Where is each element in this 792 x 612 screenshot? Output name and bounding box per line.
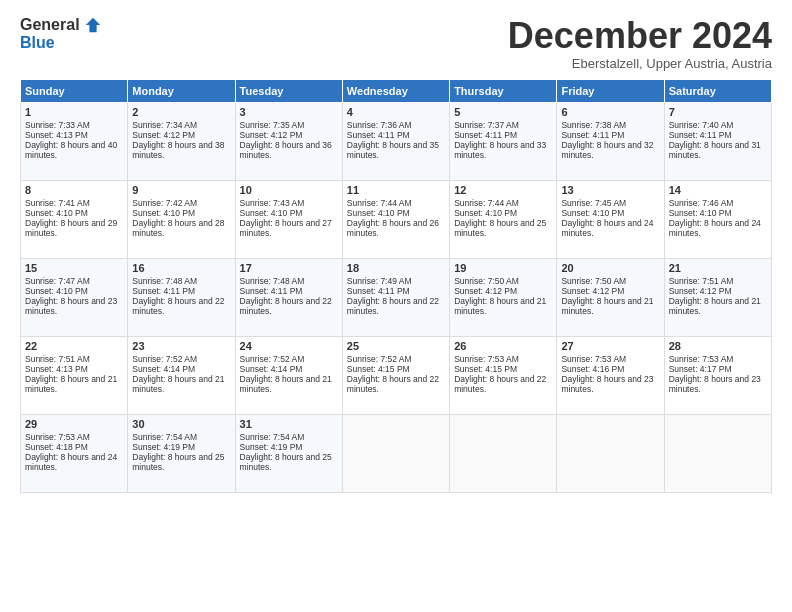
calendar-cell: 13Sunrise: 7:45 AMSunset: 4:10 PMDayligh… (557, 180, 664, 258)
sunset-label: Sunset: 4:15 PM (347, 364, 410, 374)
day-header-monday: Monday (128, 79, 235, 102)
calendar-cell: 28Sunrise: 7:53 AMSunset: 4:17 PMDayligh… (664, 336, 771, 414)
sunrise-label: Sunrise: 7:51 AM (25, 354, 90, 364)
sunrise-label: Sunrise: 7:40 AM (669, 120, 734, 130)
sunset-label: Sunset: 4:12 PM (561, 286, 624, 296)
daylight-label: Daylight: 8 hours and 23 minutes. (669, 374, 761, 394)
daylight-label: Daylight: 8 hours and 21 minutes. (561, 296, 653, 316)
sunrise-label: Sunrise: 7:33 AM (25, 120, 90, 130)
calendar-week-3: 15Sunrise: 7:47 AMSunset: 4:10 PMDayligh… (21, 258, 772, 336)
sunset-label: Sunset: 4:10 PM (240, 208, 303, 218)
calendar-cell: 15Sunrise: 7:47 AMSunset: 4:10 PMDayligh… (21, 258, 128, 336)
header: General Blue December 2024 Eberstalzell,… (20, 16, 772, 71)
sunrise-label: Sunrise: 7:35 AM (240, 120, 305, 130)
calendar-cell: 26Sunrise: 7:53 AMSunset: 4:15 PMDayligh… (450, 336, 557, 414)
sunset-label: Sunset: 4:12 PM (454, 286, 517, 296)
sunset-label: Sunset: 4:12 PM (669, 286, 732, 296)
day-number: 31 (240, 418, 338, 430)
day-number: 19 (454, 262, 552, 274)
day-header-friday: Friday (557, 79, 664, 102)
daylight-label: Daylight: 8 hours and 23 minutes. (561, 374, 653, 394)
day-number: 10 (240, 184, 338, 196)
sunset-label: Sunset: 4:17 PM (669, 364, 732, 374)
sunset-label: Sunset: 4:10 PM (669, 208, 732, 218)
sunrise-label: Sunrise: 7:53 AM (25, 432, 90, 442)
day-number: 11 (347, 184, 445, 196)
daylight-label: Daylight: 8 hours and 29 minutes. (25, 218, 117, 238)
daylight-label: Daylight: 8 hours and 21 minutes. (669, 296, 761, 316)
daylight-label: Daylight: 8 hours and 21 minutes. (25, 374, 117, 394)
calendar-cell: 18Sunrise: 7:49 AMSunset: 4:11 PMDayligh… (342, 258, 449, 336)
calendar-cell: 16Sunrise: 7:48 AMSunset: 4:11 PMDayligh… (128, 258, 235, 336)
sunrise-label: Sunrise: 7:51 AM (669, 276, 734, 286)
daylight-label: Daylight: 8 hours and 21 minutes. (240, 374, 332, 394)
sunset-label: Sunset: 4:19 PM (132, 442, 195, 452)
day-header-tuesday: Tuesday (235, 79, 342, 102)
daylight-label: Daylight: 8 hours and 21 minutes. (132, 374, 224, 394)
day-number: 21 (669, 262, 767, 274)
sunset-label: Sunset: 4:14 PM (240, 364, 303, 374)
sunrise-label: Sunrise: 7:53 AM (669, 354, 734, 364)
sunset-label: Sunset: 4:11 PM (669, 130, 732, 140)
sunrise-label: Sunrise: 7:50 AM (454, 276, 519, 286)
calendar-week-1: 1Sunrise: 7:33 AMSunset: 4:13 PMDaylight… (21, 102, 772, 180)
calendar-cell: 22Sunrise: 7:51 AMSunset: 4:13 PMDayligh… (21, 336, 128, 414)
sunrise-label: Sunrise: 7:44 AM (454, 198, 519, 208)
calendar-cell (450, 414, 557, 492)
day-number: 17 (240, 262, 338, 274)
sunrise-label: Sunrise: 7:48 AM (132, 276, 197, 286)
sunrise-label: Sunrise: 7:38 AM (561, 120, 626, 130)
calendar-cell (664, 414, 771, 492)
calendar-cell: 2Sunrise: 7:34 AMSunset: 4:12 PMDaylight… (128, 102, 235, 180)
sunset-label: Sunset: 4:16 PM (561, 364, 624, 374)
calendar-cell (342, 414, 449, 492)
sunrise-label: Sunrise: 7:45 AM (561, 198, 626, 208)
calendar-cell: 25Sunrise: 7:52 AMSunset: 4:15 PMDayligh… (342, 336, 449, 414)
daylight-label: Daylight: 8 hours and 21 minutes. (454, 296, 546, 316)
daylight-label: Daylight: 8 hours and 38 minutes. (132, 140, 224, 160)
sunset-label: Sunset: 4:10 PM (25, 286, 88, 296)
calendar-cell: 4Sunrise: 7:36 AMSunset: 4:11 PMDaylight… (342, 102, 449, 180)
sunset-label: Sunset: 4:11 PM (240, 286, 303, 296)
sunset-label: Sunset: 4:10 PM (454, 208, 517, 218)
daylight-label: Daylight: 8 hours and 24 minutes. (25, 452, 117, 472)
calendar-cell: 6Sunrise: 7:38 AMSunset: 4:11 PMDaylight… (557, 102, 664, 180)
day-header-saturday: Saturday (664, 79, 771, 102)
sunrise-label: Sunrise: 7:44 AM (347, 198, 412, 208)
sunset-label: Sunset: 4:11 PM (454, 130, 517, 140)
calendar-cell: 30Sunrise: 7:54 AMSunset: 4:19 PMDayligh… (128, 414, 235, 492)
daylight-label: Daylight: 8 hours and 27 minutes. (240, 218, 332, 238)
daylight-label: Daylight: 8 hours and 33 minutes. (454, 140, 546, 160)
sunrise-label: Sunrise: 7:52 AM (132, 354, 197, 364)
logo-icon (84, 16, 102, 34)
sunset-label: Sunset: 4:10 PM (347, 208, 410, 218)
logo-general-text: General (20, 16, 80, 34)
calendar-cell: 8Sunrise: 7:41 AMSunset: 4:10 PMDaylight… (21, 180, 128, 258)
daylight-label: Daylight: 8 hours and 25 minutes. (240, 452, 332, 472)
calendar-header-row: SundayMondayTuesdayWednesdayThursdayFrid… (21, 79, 772, 102)
sunrise-label: Sunrise: 7:46 AM (669, 198, 734, 208)
sunset-label: Sunset: 4:12 PM (240, 130, 303, 140)
calendar-cell: 12Sunrise: 7:44 AMSunset: 4:10 PMDayligh… (450, 180, 557, 258)
sunrise-label: Sunrise: 7:37 AM (454, 120, 519, 130)
day-number: 9 (132, 184, 230, 196)
day-header-wednesday: Wednesday (342, 79, 449, 102)
sunrise-label: Sunrise: 7:43 AM (240, 198, 305, 208)
daylight-label: Daylight: 8 hours and 22 minutes. (132, 296, 224, 316)
calendar-cell: 19Sunrise: 7:50 AMSunset: 4:12 PMDayligh… (450, 258, 557, 336)
calendar-cell: 14Sunrise: 7:46 AMSunset: 4:10 PMDayligh… (664, 180, 771, 258)
daylight-label: Daylight: 8 hours and 22 minutes. (454, 374, 546, 394)
day-number: 3 (240, 106, 338, 118)
calendar-body: 1Sunrise: 7:33 AMSunset: 4:13 PMDaylight… (21, 102, 772, 492)
sunrise-label: Sunrise: 7:41 AM (25, 198, 90, 208)
calendar-cell: 17Sunrise: 7:48 AMSunset: 4:11 PMDayligh… (235, 258, 342, 336)
sunset-label: Sunset: 4:14 PM (132, 364, 195, 374)
day-number: 30 (132, 418, 230, 430)
logo-blue-text: Blue (20, 34, 55, 52)
sunrise-label: Sunrise: 7:48 AM (240, 276, 305, 286)
daylight-label: Daylight: 8 hours and 22 minutes. (347, 296, 439, 316)
calendar-table: SundayMondayTuesdayWednesdayThursdayFrid… (20, 79, 772, 493)
month-title: December 2024 (508, 16, 772, 56)
sunset-label: Sunset: 4:10 PM (561, 208, 624, 218)
calendar-cell: 21Sunrise: 7:51 AMSunset: 4:12 PMDayligh… (664, 258, 771, 336)
